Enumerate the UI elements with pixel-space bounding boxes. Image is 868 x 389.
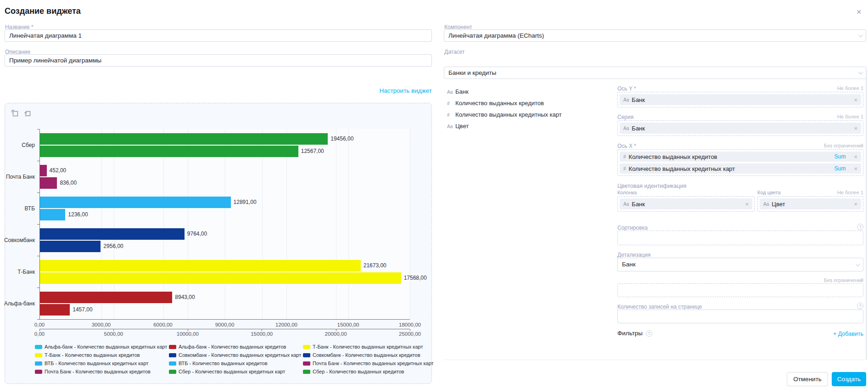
y-tick — [37, 129, 40, 130]
legend-label: ВТБ - Количество выданных кредитных карт — [45, 361, 148, 366]
dataset-field-item[interactable]: АаБанк — [447, 88, 612, 100]
help-icon[interactable]: ? — [857, 224, 863, 230]
category-label: Альфа-банк — [4, 300, 35, 307]
page-size-label: Количество записей на странице — [617, 304, 702, 310]
restore-icon[interactable] — [24, 110, 32, 118]
box-zoom-icon[interactable] — [11, 110, 19, 118]
legend-swatch — [303, 345, 310, 349]
filters-label: Фильтры — [617, 330, 643, 337]
dataset-field-item[interactable]: #Количество выданных кредитов — [447, 100, 612, 111]
remove-chip-icon[interactable]: × — [850, 153, 857, 160]
extra-dropzone[interactable] — [617, 283, 863, 297]
x-axis-2-labels: 0,005000,0010000,0015000,0020000,0025000… — [39, 331, 410, 338]
legend-item[interactable]: Совкомбанк - Количество выданных кредито… — [303, 352, 434, 358]
aggregation-badge[interactable]: Sum — [834, 153, 846, 160]
x-axis-limit: Без ограничений — [824, 143, 863, 149]
x-axis-dropzone[interactable]: # Количество выданных кредитов Sum × # К… — [617, 149, 863, 176]
x-axis-field-label: Ось X * — [617, 143, 636, 149]
legend-item[interactable]: Альфа-банк - Количество выданных кредито… — [169, 344, 303, 350]
legend-label: Сбер - Количество выданных кредитов — [313, 369, 404, 374]
category-label: Сбер — [22, 142, 35, 148]
legend-swatch — [303, 361, 310, 366]
series-dropzone[interactable]: Аа Банк × — [617, 120, 863, 136]
description-input[interactable] — [5, 54, 432, 67]
color-column-label: Колонка — [617, 190, 637, 195]
color-code-chip[interactable]: Аа Цвет × — [760, 198, 861, 209]
legend-label: Т-Банк - Количество выданных кредитов — [45, 352, 140, 358]
detail-select[interactable]: Банк — [617, 258, 863, 271]
cancel-button[interactable]: Отменить — [787, 372, 828, 386]
color-code-dropzone[interactable]: Аа Цвет × — [757, 196, 863, 212]
x-tick-label: 9000,00 — [215, 322, 235, 327]
legend-swatch — [303, 370, 310, 374]
legend-item[interactable]: Сбер - Количество выданных кредитных кар… — [169, 369, 303, 374]
legend-swatch — [303, 353, 310, 357]
remove-chip-icon[interactable]: × — [850, 201, 857, 208]
legend-label: Почта Банк - Количество выданных кредито… — [45, 369, 151, 374]
gridline — [410, 129, 410, 319]
page-size-input[interactable] — [617, 310, 863, 323]
legend-label: Совкомбанк - Количество выданных кредитн… — [179, 352, 301, 358]
page-title: Создание виджета — [5, 6, 81, 16]
legend-label: ВТБ - Количество выданных кредитов — [179, 361, 268, 366]
legend-swatch — [35, 370, 42, 374]
legend-item[interactable]: Сбер - Количество выданных кредитов — [303, 369, 434, 374]
field-type-icon: # — [447, 113, 455, 118]
y-axis-dropzone[interactable]: Аа Банк × — [617, 92, 863, 107]
component-select[interactable]: Линейчатая диаграмма (ECharts) — [444, 29, 866, 42]
category-label: Почта Банк — [6, 174, 35, 180]
legend-item[interactable]: Почта Банк - Количество выданных кредито… — [35, 369, 169, 374]
legend-item[interactable]: Почта Банк - Количество выданных кредитн… — [303, 361, 434, 366]
dataset-field-item[interactable]: АаЦвет — [447, 123, 612, 134]
x-axis-1-labels: 0,003000,006000,009000,0012000,0015000,0… — [39, 322, 410, 328]
footer-divider — [444, 360, 866, 360]
remove-chip-icon[interactable]: × — [850, 125, 857, 132]
remove-chip-icon[interactable]: × — [850, 96, 857, 103]
remove-chip-icon[interactable]: × — [741, 201, 749, 208]
dataset-field-item[interactable]: #Количество выданных кредитных карт — [447, 111, 612, 123]
unlimited-label: Без ограничений — [824, 277, 863, 283]
color-column-chip[interactable]: Аа Банк × — [620, 198, 752, 209]
y-axis-limit: Не более 1 — [837, 85, 863, 92]
legend-label: Совкомбанк - Количество выданных кредито… — [313, 352, 420, 358]
legend-label: Альфа-банк - Количество выданных кредитн… — [45, 344, 167, 350]
category-label: Совкомбанк — [4, 237, 35, 243]
y-tick — [37, 161, 40, 161]
legend-item[interactable]: Совкомбанк - Количество выданных кредитн… — [169, 352, 303, 358]
x-tick-label: 15000,00 — [251, 331, 273, 337]
configure-widget-link[interactable]: Настроить виджет — [5, 87, 432, 94]
x-tick-label: 3000,00 — [92, 322, 111, 327]
x-tick-label: 0,00 — [34, 322, 45, 327]
x-tick-label: 18000,00 — [399, 322, 421, 327]
legend-item[interactable]: Альфа-банк - Количество выданных кредитн… — [35, 344, 169, 350]
legend-item[interactable]: ВТБ - Количество выданных кредитов — [169, 361, 303, 366]
name-input[interactable] — [5, 29, 432, 42]
add-filter-button[interactable]: + Добавить — [833, 331, 863, 337]
help-icon[interactable]: ? — [857, 303, 863, 309]
legend-item[interactable]: ВТБ - Количество выданных кредитных карт — [35, 361, 169, 366]
legend-swatch — [169, 370, 176, 374]
legend-label: Сбер - Количество выданных кредитных кар… — [179, 369, 285, 374]
x-axis-chip[interactable]: # Количество выданных кредитов Sum × — [620, 152, 861, 162]
sorting-dropzone[interactable] — [617, 231, 863, 245]
remove-chip-icon[interactable]: × — [850, 165, 857, 172]
y-tick — [37, 192, 40, 193]
series-chip[interactable]: Аа Банк × — [620, 123, 861, 134]
help-icon[interactable]: ? — [646, 330, 652, 337]
category-label: Т-Банк — [17, 269, 35, 275]
y-axis-ticks — [40, 129, 410, 319]
create-button[interactable]: Создать — [832, 372, 866, 386]
dataset-select[interactable]: Банки и кредиты — [444, 67, 866, 79]
legend-item[interactable]: Т-Банк - Количество выданных кредитов — [35, 352, 169, 358]
x-axis-chip[interactable]: # Количество выданных кредитных карт Sum… — [620, 163, 861, 174]
color-limit: Не более 1 — [837, 190, 863, 195]
x-tick-label: 25000,00 — [399, 331, 421, 337]
scrollbar[interactable] — [866, 70, 867, 360]
color-column-dropzone[interactable]: Аа Банк × — [617, 196, 755, 212]
legend-label: Почта Банк - Количество выданных кредитн… — [313, 361, 434, 366]
y-axis-chip[interactable]: Аа Банк × — [620, 94, 861, 105]
color-section-title: Цветовая идентификация — [617, 183, 686, 189]
aggregation-badge[interactable]: Sum — [834, 165, 846, 172]
legend-swatch — [35, 345, 42, 349]
legend-item[interactable]: Т-Банк - Количество выданных кредитных к… — [303, 344, 434, 350]
